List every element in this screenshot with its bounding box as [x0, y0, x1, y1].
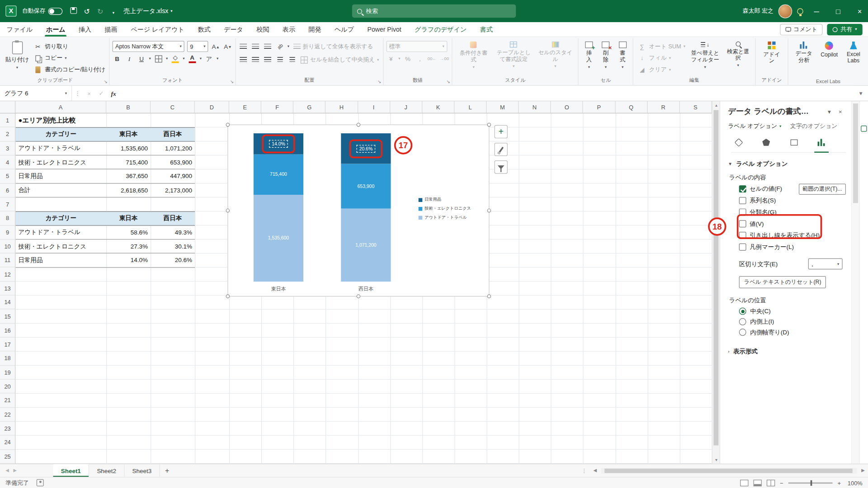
bold-button[interactable]: B [113, 54, 122, 63]
format-painter-button[interactable]: 書式のコピー/貼り付け [32, 64, 106, 75]
select-all-corner[interactable] [0, 101, 15, 113]
excel-app-icon[interactable]: X [0, 0, 22, 22]
column-header-F[interactable]: F [261, 101, 293, 113]
column-header-J[interactable]: J [390, 101, 422, 113]
borders-icon[interactable] [154, 54, 163, 63]
column-header-M[interactable]: M [486, 101, 519, 113]
zoom-slider-knob[interactable] [810, 480, 812, 485]
row-header-16[interactable]: 16 [0, 324, 15, 338]
cell-B5[interactable]: 367,650 [106, 169, 151, 183]
checkbox-セルの値(F)[interactable] [739, 185, 746, 192]
increase-decimal-icon[interactable]: 00← [428, 54, 437, 63]
fill-button[interactable]: ↓フィル▾ [636, 52, 686, 63]
quick-access-chevron-icon[interactable]: ▾ [107, 7, 120, 15]
accessibility-icon[interactable] [37, 479, 44, 486]
cell-C5[interactable]: 447,900 [151, 169, 195, 183]
horizontal-scrollbar[interactable]: ⋮ ◀ ▶ [581, 464, 868, 477]
chart-legend[interactable]: 日常用品技術・エレクトロニクスアウトドア・トラベル [419, 197, 471, 220]
tab-グラフのデザイン[interactable]: グラフのデザイン [408, 22, 473, 37]
row-header-7[interactable]: 7 [0, 197, 15, 211]
row-header-14[interactable]: 14 [0, 296, 15, 310]
size-properties-icon[interactable] [787, 136, 801, 148]
redo-button[interactable]: ↻ [94, 7, 107, 15]
data-label[interactable]: 1,071,200 [355, 242, 376, 248]
scroll-up-icon[interactable]: ▲ [712, 101, 720, 109]
checkbox-row-凡例マーカー(L)[interactable]: 凡例マーカー(L) [739, 241, 846, 253]
cell-A11[interactable]: 日常用品 [15, 253, 106, 267]
column-header-G[interactable]: G [293, 101, 326, 113]
formula-input[interactable] [119, 86, 854, 101]
radio-row-内側上(I)[interactable]: 内側上(I) [739, 316, 846, 327]
chart-handle[interactable] [487, 123, 491, 127]
checkbox-row-セルの値(F)[interactable]: セルの値(F)範囲の選択(T)... [739, 183, 846, 195]
column-header-A[interactable]: A [15, 101, 106, 113]
row-header-9[interactable]: 9 [0, 225, 15, 239]
cell-A2[interactable]: カテゴリー [15, 127, 106, 141]
name-box[interactable]: グラフ 6▾ [0, 86, 72, 101]
align-right-icon[interactable] [263, 55, 273, 64]
row-header-6[interactable]: 6 [0, 183, 15, 197]
search-box[interactable] [352, 5, 516, 18]
merge-center-button[interactable]: セルを結合して中央揃え▾ [300, 54, 380, 65]
pane-collapse-chevron-icon[interactable]: ▾ [824, 108, 835, 115]
column-header-E[interactable]: E [229, 101, 261, 113]
decrease-font-icon[interactable]: A▼ [223, 42, 233, 51]
data-label[interactable]: 1,535,600 [268, 235, 289, 241]
tab-校閲[interactable]: 校閲 [250, 22, 276, 37]
column-header-R[interactable]: R [647, 101, 679, 113]
new-sheet-button[interactable]: + [160, 464, 175, 477]
insert-cells-button[interactable]: 挿入▾ [581, 39, 596, 70]
pane-scrollbar[interactable] [851, 101, 859, 464]
row-header-2[interactable]: 2 [0, 127, 15, 141]
cell-B8[interactable]: 東日本 [106, 211, 151, 225]
reset-label-text-button[interactable]: ラベル テキストのリセット(R) [739, 276, 826, 288]
checkbox-row-値(V)[interactable]: 値(V) [739, 218, 846, 230]
tab-挿入[interactable]: 挿入 [72, 22, 98, 37]
copy-button[interactable]: コピー▾ [32, 52, 106, 63]
cell-C8[interactable]: 西日本 [151, 211, 195, 225]
pane-rail-icon[interactable] [861, 126, 867, 131]
label-options-section[interactable]: ▼ラベル オプション [728, 160, 846, 168]
row-header-3[interactable]: 3 [0, 141, 15, 155]
column-header-P[interactable]: P [583, 101, 615, 113]
chart-handle[interactable] [357, 294, 361, 298]
vertical-scrollbar[interactable]: ▲ ▼ [712, 101, 720, 464]
save-button[interactable] [67, 7, 80, 15]
scroll-left-icon[interactable]: ◀ [591, 468, 599, 473]
cell-A10[interactable]: 技術・エレクトロニクス [15, 239, 106, 253]
cell-B2[interactable]: 東日本 [106, 127, 151, 141]
cell-A6[interactable]: 合計 [15, 183, 106, 197]
currency-format-icon[interactable]: ¥ [386, 54, 396, 63]
copilot-button[interactable]: Copilot [818, 39, 840, 58]
align-bottom-icon[interactable] [263, 42, 273, 51]
format-cells-button[interactable]: 書式▾ [615, 39, 630, 70]
pane-close-icon[interactable]: × [835, 108, 846, 115]
undo-button[interactable]: ↺ [80, 7, 94, 15]
checkbox-row-系列名(S)[interactable]: 系列名(S) [739, 195, 846, 206]
tab-ホーム[interactable]: ホーム [39, 22, 72, 37]
cell-A5[interactable]: 日常用品 [15, 169, 106, 183]
orientation-icon[interactable]: ab [275, 42, 285, 51]
row-header-8[interactable]: 8 [0, 211, 15, 225]
cell-B4[interactable]: 715,400 [106, 155, 151, 169]
font-size-combo[interactable]: 9▾ [187, 41, 208, 52]
checkbox-値(V)[interactable] [739, 220, 746, 227]
align-top-icon[interactable] [239, 42, 248, 51]
sort-filter-button[interactable]: ↓並べ替えとフィルター▾ [688, 39, 722, 70]
decrease-decimal-icon[interactable]: →00 [439, 54, 449, 63]
tab-label-options[interactable]: ラベル オプション▾ [728, 122, 781, 130]
radio-row-内側軸寄り(D)[interactable]: 内側軸寄り(D) [739, 327, 846, 338]
data-label[interactable]: 14.0% [269, 140, 288, 148]
radio-内側軸寄り(D)[interactable] [739, 328, 746, 336]
row-header-22[interactable]: 22 [0, 408, 15, 422]
column-header-D[interactable]: D [195, 101, 229, 113]
find-select-button[interactable]: 検索と選択▾ [724, 39, 752, 68]
sheet-tab-Sheet3[interactable]: Sheet3 [124, 464, 160, 477]
tab-text-options[interactable]: 文字のオプション [790, 122, 838, 130]
cell-B10[interactable]: 27.3% [106, 239, 151, 253]
tab-書式[interactable]: 書式 [473, 22, 500, 37]
checkbox-凡例マーカー(L)[interactable] [739, 244, 746, 251]
cell-A3[interactable]: アウトドア・トラベル [15, 141, 106, 155]
autosave-toggle[interactable] [48, 8, 63, 15]
tab-ページ レイアウト[interactable]: ページ レイアウト [124, 22, 191, 37]
